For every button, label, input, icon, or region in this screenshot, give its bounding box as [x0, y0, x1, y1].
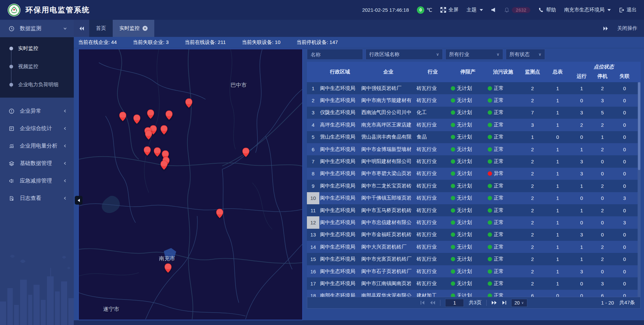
sidebar-item-enterprise-abnormal[interactable]: 企业异常 [0, 102, 74, 120]
sidebar-item-enterprise-statistics[interactable]: 企业综合统计 [0, 120, 74, 137]
cell-offline: 0 [612, 269, 637, 274]
next-page-button[interactable] [491, 301, 497, 305]
theme-dropdown[interactable]: 主题 [467, 7, 483, 13]
map-pin-icon[interactable] [119, 112, 126, 121]
cell-stopped: 0 [593, 269, 612, 274]
help-button[interactable]: 帮助 [538, 7, 556, 13]
map-pin-icon[interactable] [161, 161, 168, 170]
mute-button[interactable] [491, 7, 496, 12]
map-pin-icon[interactable] [144, 146, 151, 156]
cell-offline: 0 [612, 281, 637, 286]
cell-meters: 1 [545, 281, 570, 286]
table-row[interactable]: 9阆中生态环境局阆中市二龙长宝页岩砖砖瓦行业无计划正常21120 [307, 180, 641, 192]
cell-limit-status: 无计划 [449, 109, 486, 116]
map-collapse-button[interactable] [75, 196, 83, 205]
table-row[interactable]: 4高坪生态环境局南充市高坪区王家店建砖瓦行业无计划正常31220 [307, 119, 641, 131]
region-select[interactable]: 行政区域名称 ∨ [366, 49, 443, 60]
status-text: 正常 [494, 158, 504, 165]
map-panel[interactable]: 巴中市南充市遂宁市 [78, 49, 303, 320]
map-pin-icon[interactable] [164, 264, 171, 273]
status-dot-icon [451, 269, 455, 274]
cell-meters: 1 [545, 195, 570, 201]
table-row[interactable]: 2阆中生态环境局阆中市南方节能建材有砖瓦行业无计划正常21030 [307, 94, 641, 106]
tabs-scroll-left-button[interactable] [74, 20, 89, 37]
page-size-select[interactable]: 20 ∨ [511, 299, 527, 307]
status-text: 无计划 [457, 85, 472, 92]
org-dropdown[interactable]: 南充市生态环境局 [564, 7, 611, 13]
table-row[interactable]: 6阆中生态环境局阆中市金博瑞新型墙材砖瓦行业无计划正常21120 [307, 143, 641, 155]
cell-company: 阆中市金博瑞新型墙材 [361, 146, 416, 153]
tabs-scroll-right-button[interactable] [603, 26, 608, 31]
table-row[interactable]: 17阆中生态环境局阆中市江南镇阆南页岩砖瓦行业无计划正常21030 [307, 277, 641, 289]
sidebar-item-log-view[interactable]: 日志查看 [0, 189, 74, 207]
map-pin-icon[interactable] [166, 111, 173, 120]
sidebar-item-power-analysis[interactable]: 企业用电量分析 [0, 137, 74, 155]
scrollbar-thumb[interactable] [638, 82, 640, 170]
table-row[interactable]: 18南部生态环境局南部县双华水泥有限公建材加工无计划正常60060 [307, 290, 641, 297]
map-pin-icon[interactable] [216, 209, 223, 218]
page-title: 环保用电监管系统 [25, 5, 90, 15]
table-row[interactable]: 10阆中生态环境局阆中千佛镇五郎垭页岩砖瓦行业无计划正常21003 [307, 192, 641, 204]
table-row[interactable]: 13阆中生态环境局阆中市金福旺页岩机砖砖瓦行业无计划正常21300 [307, 229, 641, 241]
cell-region: 阆中生态环境局 [319, 244, 361, 250]
table-row[interactable]: 12阆中生态环境局阆中市忠信建材有限公砖瓦行业无计划正常21003 [307, 216, 641, 228]
chevron-left-icon [63, 161, 67, 165]
divider [486, 300, 487, 306]
status-text: 正常 [494, 85, 504, 92]
sidebar-item-power-load-detail[interactable]: 企业电力负荷明细 [0, 75, 74, 94]
table-row[interactable]: 11阆中生态环境局阆中市五马桥页岩机砖砖瓦行业无计划正常21120 [307, 204, 641, 216]
table-row[interactable]: 5营山生态环境局营山县润丰肉食品有限食品无计划正常10010 [307, 131, 641, 143]
status-text: 无计划 [457, 280, 472, 287]
prev-page-button[interactable] [430, 301, 435, 305]
table-row[interactable]: 3仪陇生态环境局西南油气田分公司川中化工无计划正常71350 [307, 107, 641, 119]
logout-button[interactable]: 退出 [619, 7, 637, 13]
map-pin-icon[interactable] [243, 148, 250, 157]
table-row[interactable]: 16阆中生态环境局阆中市石子页岩机砖厂砖瓦行业无计划正常21300 [307, 265, 641, 277]
name-search-input[interactable] [307, 49, 363, 60]
map-pin-icon[interactable] [145, 130, 152, 140]
sidebar: 数据监测 实时监控 视频监控 企业电力负荷明细 企业异常 企 [0, 20, 74, 325]
status-text: 正常 [494, 109, 504, 116]
last-page-button[interactable] [502, 301, 506, 305]
sidebar-item-video-monitoring[interactable]: 视频监控 [0, 57, 74, 75]
cell-limit-status: 无计划 [449, 170, 486, 177]
map-pin-icon[interactable] [133, 115, 141, 124]
close-operations-button[interactable]: 关闭操作 [617, 25, 637, 32]
cell-facility-status: 正常 [486, 292, 520, 297]
page-number-input[interactable] [445, 299, 464, 307]
notifications-button[interactable]: 2632 [504, 7, 530, 13]
map-pin-icon[interactable] [161, 125, 168, 135]
row-number: 13 [307, 229, 319, 241]
status-select[interactable]: 所有状态 ∨ [506, 49, 545, 60]
status-text: 无计划 [457, 183, 472, 189]
first-page-button[interactable] [420, 301, 425, 305]
close-tab-icon[interactable]: × [143, 26, 148, 31]
row-number: 18 [307, 290, 319, 297]
total-pages-label: 共3页 [469, 300, 481, 306]
status-dot-icon [488, 208, 492, 213]
sidebar-item-base-data[interactable]: 基础数据管理 [0, 155, 74, 172]
map-pin-icon[interactable] [147, 109, 154, 119]
table-row[interactable]: 14阆中生态环境局阆中大兴页岩机砖厂砖瓦行业无计划正常21120 [307, 241, 641, 253]
table-row[interactable]: 7阆中生态环境局阆中明阳建材有限公司砖瓦行业无计划正常21300 [307, 155, 641, 167]
industry-select[interactable]: 所有行业 ∨ [445, 49, 503, 60]
sidebar-item-label: 数据监测 [20, 25, 58, 32]
chevron-left-icon [63, 126, 67, 130]
fullscreen-button[interactable]: 全屏 [440, 7, 459, 13]
sidebar-item-data-monitoring[interactable]: 数据监测 [0, 20, 74, 37]
cell-company: 阆中市忠信建材有限公 [361, 219, 416, 226]
table-scrollbar[interactable] [638, 82, 641, 297]
map-canvas[interactable]: 巴中市南充市遂宁市 [79, 49, 302, 320]
tab-home[interactable]: 首页 [89, 20, 113, 37]
tab-realtime-monitoring[interactable]: 实时监控 × [113, 20, 154, 37]
sidebar-item-realtime-monitoring[interactable]: 实时监控 [0, 39, 74, 57]
table-row[interactable]: 1阆中生态环境局阆中强锐页岩砖厂砖瓦行业无计划正常21120 [307, 82, 641, 94]
map-pin-icon[interactable] [154, 147, 161, 157]
status-text: 无计划 [457, 207, 472, 214]
cell-running: 2 [570, 122, 593, 128]
app-root: 环保用电监管系统 2021-02-25 17:46:18 0 ℃ 全屏 主题 2… [0, 0, 644, 325]
table-row[interactable]: 8阆中生态环境局阆中市枣碧大梁山页岩砖瓦行业无计划异常21300 [307, 168, 641, 180]
table-row[interactable]: 15阆中生态环境局阆中市光富页岩机砖厂砖瓦行业无计划正常21120 [307, 253, 641, 265]
sidebar-item-emergency-reduction[interactable]: 应急减排管理 [0, 172, 74, 189]
map-pin-icon[interactable] [185, 98, 193, 108]
